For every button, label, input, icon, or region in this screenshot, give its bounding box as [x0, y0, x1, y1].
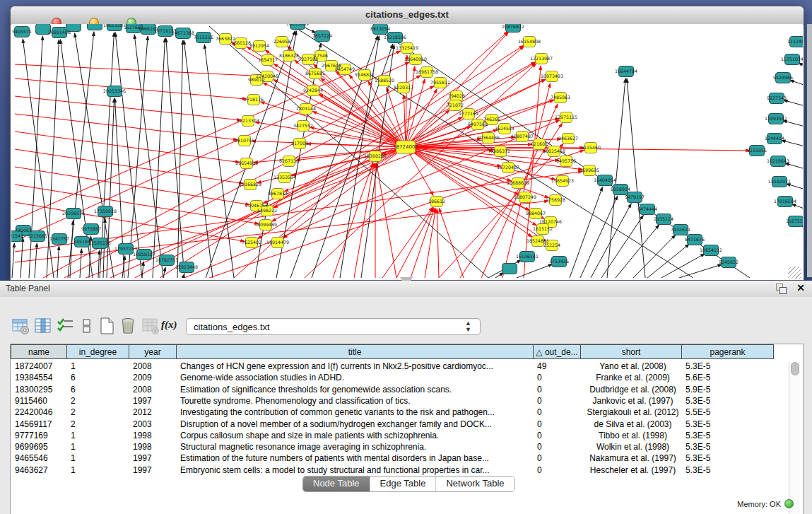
table-row[interactable]: 1456911722003Disruption of a novel membe… [11, 419, 770, 431]
graph-edge[interactable] [425, 209, 435, 278]
table-row[interactable]: 1938455462009Genome-wide association stu… [11, 372, 770, 384]
table-row[interactable]: 969969511998Structural magnetic resonanc… [11, 441, 770, 453]
graph-edge[interactable] [396, 208, 433, 278]
tab-edge-table[interactable]: Edge Table [370, 477, 437, 491]
graph-edge[interactable] [142, 262, 143, 278]
new-table-icon[interactable] [98, 317, 116, 335]
network-window-title: citations_edges.txt [11, 9, 804, 20]
table-cell: 9777169 [11, 430, 66, 442]
graph-edge[interactable] [406, 66, 415, 147]
graph-edge[interactable] [783, 121, 803, 127]
graph-edge[interactable] [12, 243, 14, 278]
table-cell: Wolkin et al. (1998) [580, 441, 681, 453]
graph-edge[interactable] [782, 140, 803, 147]
column-header-year[interactable]: year [129, 344, 177, 359]
graph-edge[interactable] [627, 78, 645, 278]
graph-edge[interactable] [160, 45, 524, 278]
citation-network-graph[interactable]: 1872400718300295540557120891406106532871… [11, 24, 803, 278]
close-panel-icon[interactable]: ✕ [796, 282, 805, 293]
table-cell: 1 [66, 465, 129, 477]
graph-node[interactable] [88, 24, 102, 30]
graph-node-label: 10654112 [700, 247, 722, 252]
column-header-out_de[interactable]: △ out_de... [533, 344, 581, 359]
delete-table-icon[interactable] [141, 317, 160, 335]
column-header-short[interactable]: short [580, 344, 682, 359]
graph-edge[interactable] [57, 246, 59, 278]
graph-edge[interactable] [20, 238, 23, 278]
table-row[interactable]: 2242004622012Investigating the contribut… [11, 407, 770, 419]
float-panel-icon[interactable] [776, 284, 787, 293]
graph-edge[interactable] [163, 267, 165, 278]
graph-edge[interactable] [784, 100, 803, 107]
tab-network-table[interactable]: Network Table [436, 477, 514, 491]
graph-edge[interactable] [647, 244, 689, 278]
table-selector-dropdown[interactable]: citations_edges.txt ▲▼ [186, 318, 481, 335]
network-canvas[interactable]: 1872400718300295540557120891406106532871… [11, 24, 803, 280]
table-cell: 19384554 [11, 372, 66, 384]
graph-edge[interactable] [633, 235, 676, 278]
graph-edge[interactable] [481, 104, 558, 278]
function-builder-icon[interactable]: f(x) [161, 319, 185, 337]
scrollbar-thumb[interactable] [791, 362, 799, 375]
graph-edge[interactable] [787, 184, 803, 190]
graph-node-label: 9479197 [625, 194, 645, 199]
graph-edge[interactable] [15, 64, 260, 76]
graph-node-label: 17957253 [114, 246, 137, 251]
graph-edge[interactable] [98, 250, 100, 278]
graph-edge[interactable] [661, 254, 705, 278]
graph-edge[interactable] [437, 209, 439, 278]
table-vertical-scrollbar[interactable] [789, 361, 800, 514]
graph-edge[interactable] [15, 51, 401, 220]
graph-edge[interactable] [406, 32, 508, 147]
graph-edge[interactable] [580, 196, 618, 278]
graph-edge[interactable] [23, 39, 54, 278]
graph-edge[interactable] [792, 204, 803, 210]
network-view-window[interactable]: citations_edges.txt 18724007183002955405… [10, 6, 804, 281]
graph-edge[interactable] [439, 208, 464, 278]
graph-node-label: 20364436 [477, 135, 500, 140]
graph-edge[interactable] [517, 264, 553, 278]
table-cell: 2012 [129, 407, 176, 419]
graph-edge[interactable] [406, 55, 407, 147]
graph-edge[interactable] [785, 163, 803, 170]
graph-node-label: 8958924 [611, 187, 630, 192]
delete-rows-icon[interactable] [119, 317, 137, 335]
table-row[interactable]: 1872400712008Changes of HCN gene express… [11, 361, 770, 373]
table-row[interactable]: 911546021997Tourette syndrome. Phenomeno… [11, 395, 770, 407]
graph-edge[interactable] [354, 163, 374, 278]
graph-node-label: 12353594 [273, 175, 296, 180]
graph-edge[interactable] [679, 264, 722, 278]
graph-edge[interactable] [382, 207, 433, 278]
graph-node[interactable] [502, 264, 517, 274]
table-row[interactable]: 946554611997Estimation of the future num… [11, 452, 770, 465]
table-cell: Structural magnetic resonance image aver… [176, 441, 533, 453]
table-cell: Estimation of significance thresholds fo… [176, 384, 533, 396]
column-header-pagerank[interactable]: pagerank [681, 344, 774, 359]
window-resize-grip[interactable] [788, 267, 801, 279]
show-columns-icon[interactable] [34, 317, 52, 335]
table-row[interactable]: 946362711997Embryonic stem cells: a mode… [11, 465, 770, 477]
graph-edge[interactable] [273, 80, 406, 147]
graph-edge[interactable] [70, 221, 73, 278]
column-header-in_degree[interactable]: in_degree [66, 344, 129, 359]
tab-node-table[interactable]: Node Table [303, 477, 370, 491]
graph-edge[interactable] [166, 38, 184, 278]
graph-edge[interactable] [80, 249, 81, 278]
column-header-title[interactable]: title [176, 344, 534, 359]
graph-edge[interactable] [789, 80, 803, 86]
graph-node-label: 9146821 [355, 72, 375, 77]
graph-edge[interactable] [15, 149, 243, 184]
splitter-handle[interactable] [400, 277, 413, 281]
graph-edge[interactable] [15, 96, 241, 120]
network-window-titlebar[interactable]: citations_edges.txt [11, 6, 804, 25]
table-cell: 1 [66, 441, 129, 453]
table-row[interactable]: 1830029562008Estimation of significance … [11, 384, 770, 396]
table-mode-icon[interactable] [11, 317, 30, 335]
table-row[interactable]: 977716911998Corpus callosum shape and si… [11, 430, 770, 442]
graph-edge[interactable] [616, 225, 659, 278]
column-header-name[interactable]: name [11, 344, 67, 359]
graph-edge[interactable] [15, 78, 247, 99]
graph-node-label: 16644784 [615, 69, 637, 74]
row-height-icon[interactable] [78, 317, 96, 335]
select-rows-icon[interactable] [57, 317, 75, 335]
